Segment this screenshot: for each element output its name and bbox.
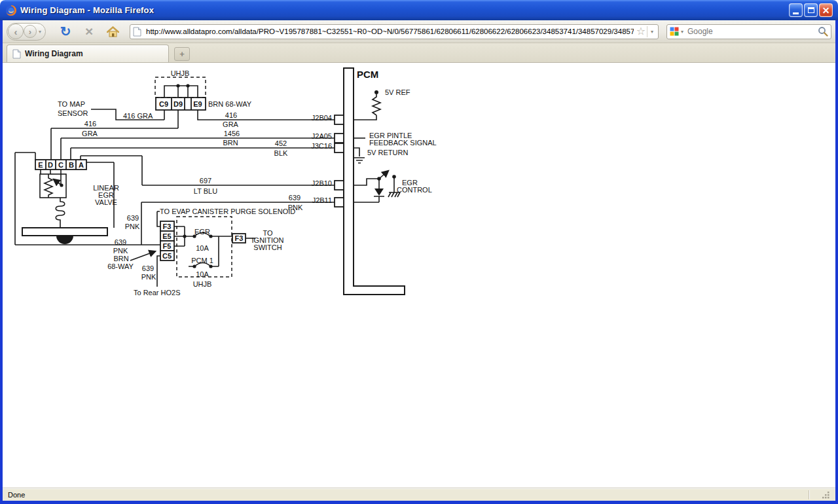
pin-j2b10	[335, 181, 344, 190]
label-639-left: 639	[115, 238, 126, 246]
label-pcm1-fuse: PCM 1	[191, 257, 213, 264]
pcm-5vreturn	[354, 148, 365, 163]
close-button[interactable]: ✕	[819, 3, 833, 17]
label-term-b: B	[69, 161, 74, 169]
label-639-c5: 639	[142, 264, 154, 272]
label-rear-ho2s: To Rear HO2S	[134, 289, 181, 297]
stop-button[interactable]: ×	[81, 23, 98, 40]
label-697: 697	[200, 177, 211, 185]
label-brn-bottom: BRN	[113, 255, 128, 262]
search-input[interactable]	[686, 26, 818, 37]
wire-uhjb-drops	[164, 110, 335, 128]
label-f3: F3	[163, 223, 172, 230]
valve-base-plate	[22, 228, 107, 236]
reload-icon: ↻	[60, 24, 71, 39]
label-blk: BLK	[274, 149, 288, 157]
close-icon: ✕	[822, 5, 830, 16]
pin-j2b11	[335, 198, 344, 207]
tab-strip: Wiring Diagram +	[3, 43, 835, 63]
window-title: Wiring Diagram - Mozilla Firefox	[20, 5, 154, 15]
egr-control-dot	[392, 175, 396, 179]
coil	[56, 198, 65, 228]
forward-button[interactable]: ›	[24, 25, 37, 38]
label-e5: E5	[162, 232, 171, 240]
label-pcm: PCM	[357, 69, 378, 80]
minimize-button[interactable]	[789, 3, 803, 17]
label-5vreturn: 5V RETURN	[367, 149, 408, 156]
label-ltblu: LT BLU	[194, 187, 217, 195]
label-d9: D9	[173, 100, 183, 108]
search-box: ▾	[666, 24, 831, 39]
brn68-pointer	[130, 251, 155, 261]
wire-416-gra	[51, 128, 178, 160]
label-pnk-left: PNK	[113, 247, 128, 255]
navigation-toolbar: ‹ › ▾ ↻ × ☆ ▾	[3, 20, 835, 43]
pot-resistor	[45, 174, 52, 198]
label-f5: F5	[163, 242, 172, 250]
label-evap: TO EVAP CANISTER PURGE SOLENOID	[160, 207, 295, 215]
label-term-c: C	[58, 161, 64, 169]
search-engine-dropdown[interactable]: ▾	[681, 29, 683, 35]
history-dropdown[interactable]: ▾	[39, 29, 41, 35]
resize-grip[interactable]	[821, 490, 830, 499]
search-icon[interactable]	[818, 26, 828, 37]
label-term-d: D	[48, 161, 53, 169]
home-icon	[107, 26, 119, 37]
url-bar: ☆ ▾	[130, 24, 659, 39]
firefox-icon	[5, 5, 17, 16]
bus-junction-2	[186, 84, 189, 87]
label-term-a: A	[79, 161, 84, 169]
label-sensor: SENSOR	[58, 109, 88, 117]
status-separator	[809, 490, 809, 499]
label-68way-bottom: 68-WAY	[107, 262, 134, 270]
tab-page-icon	[12, 49, 21, 59]
bookmark-star-icon[interactable]: ☆	[636, 26, 646, 37]
status-text: Done	[8, 491, 25, 499]
page-content: UHJB C9 D9 E9 BRN 68-WAY TO MAP SENSOR 4…	[3, 63, 835, 488]
back-forward-group: ‹ › ▾	[7, 23, 46, 41]
back-icon: ‹	[14, 26, 18, 37]
back-button[interactable]: ‹	[8, 24, 24, 39]
label-gra-left: GRA	[82, 130, 98, 137]
forward-icon: ›	[29, 27, 31, 37]
valve-dome	[56, 236, 73, 244]
stack-junction	[183, 234, 186, 238]
label-416gra: 416 GRA	[123, 112, 153, 120]
maximize-button[interactable]	[804, 3, 818, 17]
label-to-map: TO MAP	[58, 100, 85, 108]
label-brn68-top: BRN 68-WAY	[208, 100, 252, 108]
label-c5: C5	[162, 252, 172, 260]
diagram-labels: UHJB C9 D9 E9 BRN 68-WAY TO MAP SENSOR 4…	[38, 69, 436, 297]
label-e9: E9	[193, 100, 202, 108]
label-valve: VALVE	[95, 198, 117, 206]
wiper-pivot	[60, 183, 63, 187]
label-egr-fuse: EGR	[194, 228, 210, 236]
url-input[interactable]	[145, 27, 635, 36]
valve-stubs	[41, 170, 61, 174]
label-1456: 1456	[224, 130, 240, 137]
label-j2a05: J2A05	[312, 132, 332, 140]
label-10a-pcm1: 10A	[196, 270, 209, 278]
page-icon	[133, 27, 141, 37]
label-pnk-c5: PNK	[141, 273, 156, 281]
label-gra-right: GRA	[223, 120, 239, 128]
label-10a-egr: 10A	[196, 244, 209, 252]
label-uhjb-top: UHJB	[171, 69, 190, 77]
wire-452-blk	[71, 148, 335, 160]
label-5vref: 5V REF	[385, 88, 410, 96]
new-tab-button[interactable]: +	[174, 47, 190, 61]
uhjb-bus	[164, 86, 198, 98]
status-bar: Done	[3, 488, 835, 501]
label-egr-control-2: CONTROL	[397, 186, 432, 194]
wire-1456-brn	[61, 138, 335, 160]
reload-button[interactable]: ↻	[57, 23, 74, 40]
fuse2-dot-left	[192, 264, 196, 268]
home-button[interactable]	[104, 23, 121, 40]
new-tab-icon: +	[179, 49, 185, 59]
pin-j3c16	[335, 143, 344, 153]
url-dropdown[interactable]: ▾	[647, 26, 655, 37]
tab-wiring-diagram[interactable]: Wiring Diagram	[7, 45, 169, 62]
label-c9: C9	[159, 100, 168, 108]
label-452: 452	[275, 139, 287, 147]
label-639-right: 639	[289, 194, 301, 202]
